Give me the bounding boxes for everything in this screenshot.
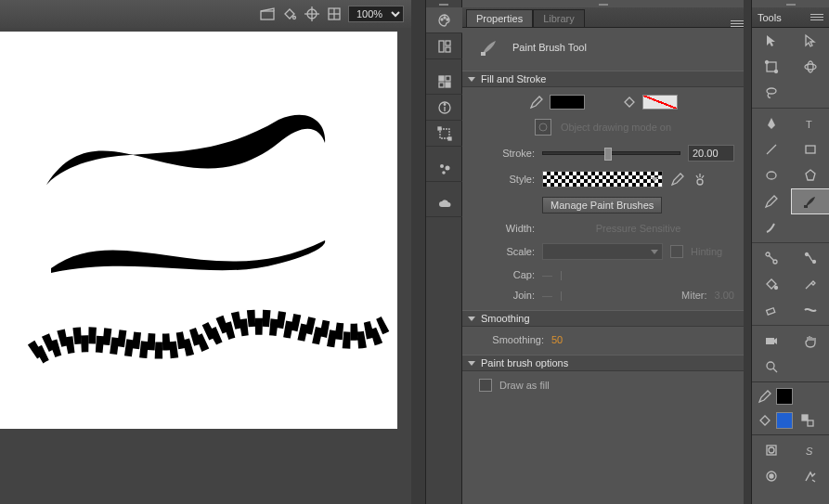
- bucket-stroke-icon[interactable]: [622, 95, 637, 110]
- svg-rect-22: [438, 127, 441, 130]
- svg-marker-39: [806, 170, 815, 180]
- bucket-icon[interactable]: [281, 6, 298, 22]
- polystar-tool[interactable]: [791, 162, 829, 188]
- svg-point-26: [442, 171, 446, 174]
- draw-as-fill-checkbox[interactable]: [479, 379, 492, 392]
- paint-brush-tool[interactable]: [791, 188, 829, 214]
- fill-color-swatch[interactable]: [550, 95, 585, 110]
- panel-handle[interactable]: [599, 4, 608, 6]
- fill-color-mini[interactable]: [776, 412, 793, 429]
- style-options-icon[interactable]: [693, 172, 707, 187]
- edit-style-icon[interactable]: [670, 172, 685, 187]
- stroke-value[interactable]: [688, 145, 734, 162]
- object-drawing-icon[interactable]: [752, 437, 791, 463]
- stroke-color-mini[interactable]: [776, 388, 793, 405]
- paintbrush-icon: [479, 37, 499, 58]
- svg-rect-17: [446, 83, 450, 87]
- svg-rect-48: [766, 338, 774, 344]
- pencil-fill-icon[interactable]: [529, 95, 544, 110]
- clapper-icon[interactable]: [259, 6, 276, 22]
- hand-tool[interactable]: [791, 328, 829, 354]
- registration-icon[interactable]: [304, 6, 320, 22]
- transform-icon[interactable]: [426, 121, 463, 147]
- tools-handle[interactable]: [786, 4, 796, 6]
- pen-tool[interactable]: [752, 110, 791, 136]
- tab-library[interactable]: Library: [533, 9, 585, 27]
- svg-rect-0: [261, 11, 274, 19]
- svg-point-20: [444, 103, 446, 105]
- svg-rect-15: [446, 76, 450, 81]
- tab-properties[interactable]: Properties: [466, 9, 533, 27]
- chevron-down-icon: [468, 361, 475, 366]
- stage[interactable]: [0, 32, 397, 429]
- swatches-icon[interactable]: [426, 69, 463, 95]
- panel-menu-icon[interactable]: [731, 20, 744, 27]
- subselection-tool[interactable]: [791, 28, 829, 54]
- eraser-tool[interactable]: [752, 297, 791, 323]
- brush-tool[interactable]: [752, 214, 791, 240]
- info-icon[interactable]: [426, 95, 463, 121]
- svg-point-30: [766, 61, 769, 64]
- camera-tool[interactable]: [752, 328, 791, 354]
- svg-point-44: [806, 253, 809, 256]
- grid-icon[interactable]: [326, 6, 343, 22]
- width-label: Width:: [472, 223, 535, 234]
- oval-tool[interactable]: [752, 162, 791, 188]
- fill-color-icon: [758, 413, 772, 428]
- cloud-icon[interactable]: [426, 191, 463, 217]
- tools-menu-icon[interactable]: [810, 14, 823, 20]
- manage-brushes-button[interactable]: Manage Paint Brushes: [542, 197, 662, 213]
- hinting-label: Hinting: [691, 246, 722, 257]
- svg-point-34: [767, 88, 776, 94]
- dock-handle[interactable]: [439, 4, 448, 6]
- object-drawing-mode-toggle[interactable]: [535, 119, 551, 136]
- stroke-slider[interactable]: [542, 151, 680, 155]
- brush-shape-icon[interactable]: [791, 463, 829, 489]
- swap-colors-icon[interactable]: [800, 413, 815, 428]
- zoom-select[interactable]: 100%: [348, 6, 404, 22]
- cap-label: Cap:: [472, 269, 535, 280]
- layout-icon[interactable]: [426, 33, 463, 59]
- document-options-bar: 100%: [0, 0, 411, 28]
- brush-mode-icon[interactable]: [752, 463, 791, 489]
- section-brush-options[interactable]: Paint brush options: [462, 355, 744, 371]
- miter-label: Miter:: [681, 290, 707, 301]
- rectangle-tool[interactable]: [791, 136, 829, 162]
- svg-rect-52: [808, 420, 813, 426]
- palette-icon[interactable]: [426, 7, 463, 33]
- stroke-color-swatch[interactable]: [642, 95, 678, 110]
- brush-size-icon[interactable]: S: [791, 437, 829, 463]
- section-smoothing[interactable]: Smoothing: [462, 310, 744, 327]
- smoothing-value[interactable]: 50: [551, 334, 563, 345]
- svg-point-1: [293, 17, 296, 19]
- free-transform-tool[interactable]: [752, 54, 791, 80]
- eyedropper-tool[interactable]: [791, 271, 829, 297]
- stroke-label: Stroke:: [472, 148, 535, 159]
- text-tool[interactable]: T: [791, 110, 829, 136]
- empty-slot: [791, 80, 829, 106]
- pencil-tool[interactable]: [752, 188, 791, 214]
- scatter-icon[interactable]: [426, 156, 463, 182]
- style-label: Style:: [472, 174, 535, 185]
- stroke-color-icon: [758, 389, 772, 404]
- svg-rect-27: [481, 52, 486, 56]
- bind-tool[interactable]: [791, 245, 829, 271]
- zoom-tool[interactable]: [752, 354, 791, 380]
- style-dropdown[interactable]: [542, 171, 663, 187]
- svg-point-9: [444, 17, 446, 19]
- svg-point-49: [767, 362, 774, 369]
- bone-tool[interactable]: [752, 245, 791, 271]
- lasso-tool[interactable]: [752, 80, 791, 106]
- 3d-rotation-tool[interactable]: [791, 54, 829, 80]
- selection-tool[interactable]: [752, 28, 791, 54]
- collapsed-panels-dock: [425, 0, 462, 504]
- svg-rect-40: [804, 205, 808, 208]
- paint-bucket-tool[interactable]: [752, 271, 791, 297]
- svg-rect-13: [446, 47, 450, 52]
- tools-grid: T: [752, 28, 829, 380]
- width-tool[interactable]: [791, 297, 829, 323]
- line-tool[interactable]: [752, 136, 791, 162]
- svg-point-28: [539, 123, 547, 131]
- smoothing-label: Smoothing:: [472, 334, 544, 345]
- section-fill-stroke[interactable]: Fill and Stroke: [462, 71, 744, 87]
